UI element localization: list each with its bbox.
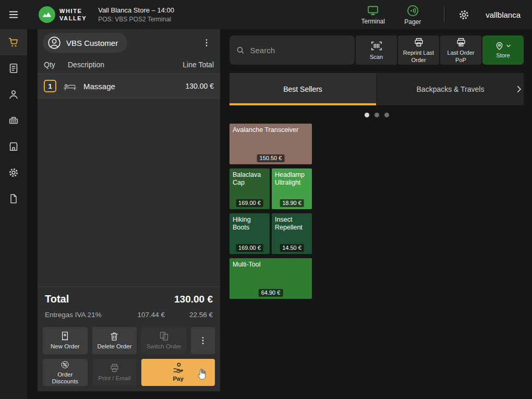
topbar-right-cluster: Terminal Pager vallblanca [353, 4, 532, 26]
chevron-down-icon [505, 43, 512, 49]
print-email-button[interactable]: Print / Email [92, 359, 137, 386]
line-item-total: 130.00 € [186, 82, 214, 90]
cart-line-item[interactable]: 1 Massage 130.00 € [38, 74, 220, 99]
store-label: Store [496, 52, 510, 59]
terminal-button[interactable]: Terminal [353, 4, 393, 25]
product-tile-headlamp-ultralight[interactable]: Headlamp Ultralight 18.90 € [272, 168, 312, 209]
settings-gear-button[interactable] [456, 7, 472, 23]
totals-section: Total 130.00 € Entregas IVA 21% 107.44 €… [38, 286, 220, 322]
product-tile-insect-repellent[interactable]: Insect Repellent 14.50 € [272, 213, 312, 254]
customer-header: VBS Customer [38, 29, 220, 56]
product-tile-multi-tool[interactable]: Multi-Tool 64.90 € [229, 258, 312, 299]
cart-empty-space [38, 99, 220, 286]
delete-order-label: Delete Order [98, 343, 132, 350]
sidebar-item-cash-register[interactable] [0, 107, 27, 134]
scan-label: Scan [370, 54, 383, 61]
cart-column-headers: Qty Description Line Total [38, 56, 220, 74]
cart-panel: VBS Customer Qty Description Line Total … [38, 29, 220, 391]
product-name: Insect Repellent [275, 216, 303, 231]
tax-base-value: 107.44 € [108, 311, 165, 319]
terminal-label: Terminal [361, 18, 385, 25]
reprint-printer-icon [413, 37, 425, 48]
sidebar-item-cart[interactable] [0, 29, 27, 55]
tabs-next-button[interactable] [514, 73, 524, 105]
sidebar-item-reports[interactable] [0, 186, 27, 212]
pager-label: Pager [404, 18, 421, 26]
kebab-icon [201, 38, 212, 48]
sidebar-item-settings[interactable] [0, 160, 27, 186]
new-order-button[interactable]: New Order [43, 327, 88, 354]
scan-button[interactable]: Scan [356, 35, 397, 65]
tab-best-sellers-label: Best Sellers [283, 85, 322, 93]
brand-name: WHITE VALLEY [59, 7, 87, 22]
product-price: 150.50 € [257, 154, 285, 162]
pay-button[interactable]: Pay [141, 359, 215, 386]
col-line-total: Line Total [183, 61, 214, 69]
cash-register-icon [8, 115, 19, 126]
orders-icon [8, 63, 19, 74]
settings-icon [8, 167, 19, 178]
printer-icon [109, 362, 120, 373]
store-button[interactable]: Store [482, 35, 524, 65]
tab-best-sellers[interactable]: Best Sellers [229, 73, 376, 105]
print-email-label: Print / Email [98, 375, 130, 382]
menu-button[interactable] [0, 0, 27, 29]
order-discounts-button[interactable]: Order Discounts [43, 359, 88, 386]
barcode-scan-icon [370, 40, 383, 52]
tax-amount-value: 22.56 € [165, 311, 213, 319]
topbar-divider [444, 7, 444, 22]
massage-icon [62, 81, 78, 91]
total-value: 130.00 € [174, 294, 213, 305]
col-qty: Qty [44, 61, 68, 69]
sidebar-item-shop[interactable] [0, 134, 27, 160]
menu-icon [8, 9, 19, 20]
reprint-last-order-button[interactable]: Reprint Last Order [398, 35, 439, 65]
product-name: Multi-Tool [233, 261, 261, 268]
qty-badge: 1 [44, 80, 56, 92]
product-price: 18.90 € [280, 199, 304, 207]
store-name: Vall Blanca Store – 14:00 [98, 6, 174, 14]
carousel-dot-1[interactable] [365, 113, 369, 117]
total-label: Total [45, 293, 69, 305]
delete-order-button[interactable]: Delete Order [92, 327, 137, 354]
last-order-pop-label: Last Order PoP [441, 50, 480, 63]
pager-button[interactable]: Pager [393, 4, 432, 26]
sidebar-item-orders[interactable] [0, 55, 27, 81]
order-discounts-label: Order Discounts [44, 371, 87, 385]
catalog-panel: Scan Reprint Last Order Last Order PoP S… [229, 29, 532, 399]
carousel-dot-3[interactable] [384, 113, 389, 117]
search-input[interactable] [250, 46, 348, 55]
sidebar-item-customers[interactable] [0, 81, 27, 107]
carousel-dot-2[interactable] [374, 113, 379, 117]
more-actions-button[interactable] [191, 327, 215, 354]
tab-backpacks-travels[interactable]: Backpacks & Travels [377, 73, 524, 105]
sidebar [0, 29, 27, 399]
customer-button[interactable]: VBS Customer [43, 33, 127, 53]
discount-icon [59, 360, 70, 370]
reprint-last-order-label: Reprint Last Order [399, 50, 438, 63]
username[interactable]: vallblanca [486, 10, 521, 19]
customer-name: VBS Customer [66, 39, 118, 47]
product-name: Avalanche Transceiver [233, 126, 298, 134]
last-order-pop-button[interactable]: Last Order PoP [440, 35, 481, 65]
cart-icon [8, 37, 19, 48]
gear-icon [458, 9, 470, 21]
location-pin-icon [494, 41, 504, 51]
product-tile-balaclava-cap[interactable]: Balaclava Cap 169.00 € [229, 168, 270, 209]
product-name: Hiking Boots [233, 216, 251, 231]
kebab-icon [198, 335, 208, 346]
product-price: 14.50 € [280, 244, 304, 252]
switch-order-icon [159, 331, 170, 342]
pay-label: Pay [173, 376, 183, 382]
terminal-icon [367, 4, 379, 17]
product-name: Headlamp Ultralight [275, 171, 305, 186]
pos-terminal-name: POS: VBS POS2 Terminal [98, 16, 174, 23]
product-name: Balaclava Cap [233, 171, 261, 186]
product-tile-hiking-boots[interactable]: Hiking Boots 169.00 € [229, 213, 270, 254]
cart-menu-button[interactable] [198, 35, 215, 50]
col-description: Description [68, 61, 183, 69]
reports-icon [8, 194, 19, 204]
line-item-description: Massage [83, 82, 180, 91]
switch-order-button[interactable]: Switch Order [141, 327, 186, 354]
product-tile-avalanche-transceiver[interactable]: Avalanche Transceiver 150.50 € [229, 124, 312, 164]
